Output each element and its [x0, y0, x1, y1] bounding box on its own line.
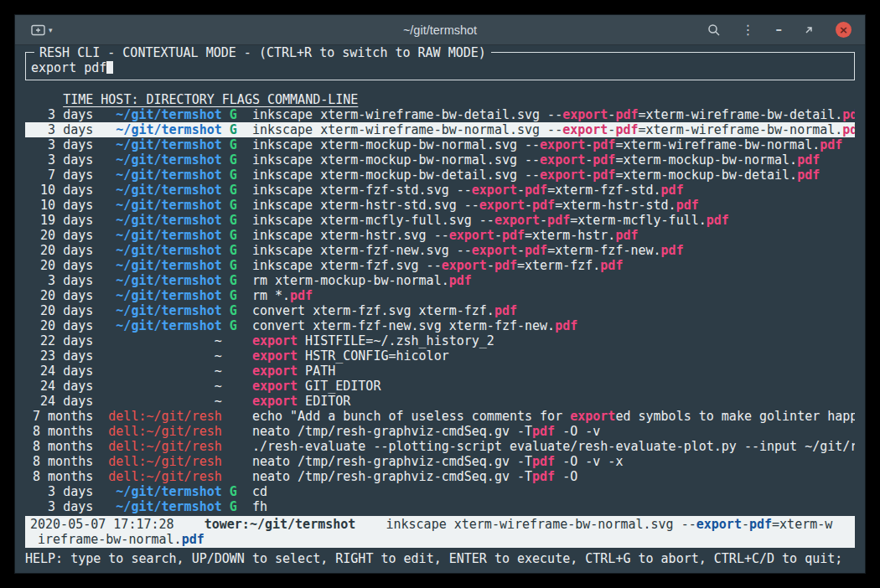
- history-row[interactable]: 20 days ~/git/termshot G inkscape xterm-…: [25, 228, 855, 243]
- command-text-segment: =xterm-fzf-new.: [547, 243, 660, 258]
- menu-dots-icon: ⋮: [742, 23, 755, 37]
- col-gap: [237, 424, 252, 439]
- command-text-segment: EDITOR: [298, 394, 350, 409]
- history-row[interactable]: 3 days ~/git/termshot G cd: [25, 484, 855, 499]
- status-panel: 2020-05-07 17:17:28 tower:~/git/termshot…: [25, 516, 855, 548]
- command-match-segment: export: [252, 394, 298, 409]
- command-text-segment: PATH: [298, 364, 335, 379]
- row-git-flag: [230, 333, 237, 348]
- history-row[interactable]: 24 days ~ export EDITOR: [25, 394, 855, 409]
- row-command: inkscape xterm-mockup-bw-detail.svg --ex…: [252, 168, 855, 183]
- history-row[interactable]: 8 months dell:~/git/resh neato /tmp/resh…: [25, 469, 855, 484]
- history-row[interactable]: 3 days ~/git/termshot G rm xterm-mockup-…: [25, 273, 855, 288]
- history-row[interactable]: 19 days ~/git/termshot G inkscape xterm-…: [25, 213, 855, 228]
- table-header-text: TIME HOST: DIRECTORY FLAGS COMMAND-LINE: [63, 92, 358, 107]
- history-row[interactable]: 10 days ~/git/termshot G inkscape xterm-…: [25, 183, 855, 198]
- command-match-segment: pdf: [615, 107, 638, 122]
- command-text-segment: =xterm-hstr.: [525, 228, 615, 243]
- row-git-flag: G: [230, 228, 237, 243]
- row-command: echo "Add a bunch of useless comments fo…: [252, 409, 855, 424]
- history-row[interactable]: 3 days ~/git/termshot G fh: [25, 499, 855, 514]
- command-match-segment: pdf: [555, 318, 577, 333]
- history-row[interactable]: 24 days ~ export GIT_EDITOR: [25, 379, 855, 394]
- command-match-segment: pdf: [449, 273, 472, 288]
- row-command: rm xterm-mockup-bw-normal.pdf: [252, 273, 855, 288]
- command-text-segment: rm *.: [252, 288, 290, 303]
- command-match-segment: pdf: [797, 152, 820, 168]
- row-command: inkscape xterm-fzf-new.svg --export-pdf=…: [252, 243, 855, 258]
- command-match-segment: pdf: [600, 258, 623, 273]
- row-host-directory: ~: [101, 364, 221, 379]
- row-host-directory: ~/git/termshot: [101, 198, 221, 213]
- col-gap: [237, 152, 252, 168]
- row-git-flag: G: [230, 288, 237, 303]
- command-text-segment: -: [585, 152, 593, 168]
- command-text-segment: inkscape xterm-fzf.svg --: [252, 258, 442, 273]
- col-gap: [222, 168, 230, 183]
- command-text-segment: =xterm-mockup-bw-normal.: [615, 152, 797, 168]
- minimize-icon: –: [776, 23, 783, 36]
- col-gap: [237, 137, 252, 152]
- col-gap: [93, 439, 101, 454]
- history-row[interactable]: 3 days ~/git/termshot G inkscape xterm-w…: [25, 107, 855, 122]
- command-match-segment: export: [442, 258, 487, 273]
- command-text-segment: =xterm-wireframe-bw-detail.: [638, 107, 842, 122]
- history-row[interactable]: 8 months dell:~/git/resh ./resh-evaluate…: [25, 439, 855, 454]
- minimize-button[interactable]: –: [776, 23, 783, 36]
- history-row[interactable]: 20 days ~/git/termshot G convert xterm-f…: [25, 318, 855, 333]
- search-button[interactable]: [707, 23, 721, 37]
- titlebar-right-group: ⋮ – ×: [707, 22, 852, 38]
- row-host-directory: ~/git/termshot: [101, 484, 221, 499]
- row-command: inkscape xterm-fzf.svg --export-pdf=xter…: [252, 258, 855, 273]
- history-row[interactable]: 23 days ~ export HSTR_CONFIG=hicolor: [25, 348, 855, 364]
- command-match-segment: export: [449, 228, 494, 243]
- restore-button[interactable]: [803, 24, 815, 36]
- col-gap: [222, 439, 230, 454]
- history-row[interactable]: 10 days ~/git/termshot G inkscape xterm-…: [25, 198, 855, 213]
- row-host-directory: ~/git/termshot: [101, 273, 221, 288]
- col-gap: [93, 348, 101, 364]
- history-row[interactable]: 22 days ~ export HISTFILE=~/.zsh_history…: [25, 333, 855, 348]
- col-gap: [222, 243, 230, 258]
- history-row[interactable]: 20 days ~/git/termshot G rm *.pdf: [25, 288, 855, 303]
- status-text-segment: [355, 517, 386, 532]
- row-command: rm *.pdf: [252, 288, 855, 303]
- command-match-segment: pdf: [290, 288, 313, 303]
- command-text-segment: inkscape xterm-mockup-bw-normal.svg --: [252, 137, 540, 152]
- col-gap: [93, 183, 101, 198]
- command-text-segment: -O: [555, 469, 577, 484]
- history-row[interactable]: 3 days ~/git/termshot G inkscape xterm-m…: [25, 152, 855, 168]
- close-button[interactable]: ×: [836, 22, 852, 38]
- new-tab-button[interactable]: ▾: [28, 22, 55, 38]
- history-row[interactable]: 20 days ~/git/termshot G convert xterm-f…: [25, 303, 855, 318]
- history-row[interactable]: 8 months dell:~/git/resh neato /tmp/resh…: [25, 454, 855, 469]
- command-text-segment: neato /tmp/resh-graphviz-cmdSeq.gv -T: [252, 454, 532, 469]
- row-host-directory: ~/git/termshot: [101, 107, 221, 122]
- row-command: export HISTFILE=~/.zsh_history_2: [252, 333, 855, 348]
- history-row[interactable]: 20 days ~/git/termshot G inkscape xterm-…: [25, 243, 855, 258]
- history-row[interactable]: 24 days ~ export PATH: [25, 364, 855, 379]
- command-match-segment: pd: [842, 122, 855, 137]
- menu-button[interactable]: ⋮: [742, 23, 755, 37]
- titlebar: ▾ ~/git/termshot ⋮ – ×: [15, 15, 865, 45]
- text-cursor-block: [106, 61, 113, 74]
- history-row[interactable]: 7 days ~/git/termshot G inkscape xterm-m…: [25, 168, 855, 183]
- row-git-flag: G: [230, 258, 237, 273]
- history-row[interactable]: 7 months dell:~/git/resh echo "Add a bun…: [25, 409, 855, 424]
- history-row[interactable]: 8 months dell:~/git/resh neato /tmp/resh…: [25, 424, 855, 439]
- history-row[interactable]: 3 days ~/git/termshot G inkscape xterm-m…: [25, 137, 855, 152]
- search-input[interactable]: export pdf: [31, 60, 849, 75]
- col-gap: [222, 454, 230, 469]
- history-row[interactable]: 20 days ~/git/termshot G inkscape xterm-…: [25, 258, 855, 273]
- col-gap: [93, 318, 101, 333]
- row-host-directory: ~/git/termshot: [101, 288, 221, 303]
- command-match-segment: export: [540, 168, 585, 183]
- row-host-directory: ~: [101, 379, 221, 394]
- row-host-directory: ~/git/termshot: [101, 137, 221, 152]
- history-row[interactable]: 3 days ~/git/termshot G inkscape xterm-w…: [25, 122, 855, 137]
- row-git-flag: G: [230, 243, 237, 258]
- command-text-segment: =xterm-wireframe-bw-normal.: [615, 137, 820, 152]
- command-text-segment: inkscape xterm-fzf-std.svg --: [252, 183, 472, 198]
- search-panel-title: RESH CLI - CONTEXTUAL MODE - (CTRL+R to …: [34, 45, 491, 60]
- status-line-1: 2020-05-07 17:17:28 tower:~/git/termshot…: [30, 517, 850, 532]
